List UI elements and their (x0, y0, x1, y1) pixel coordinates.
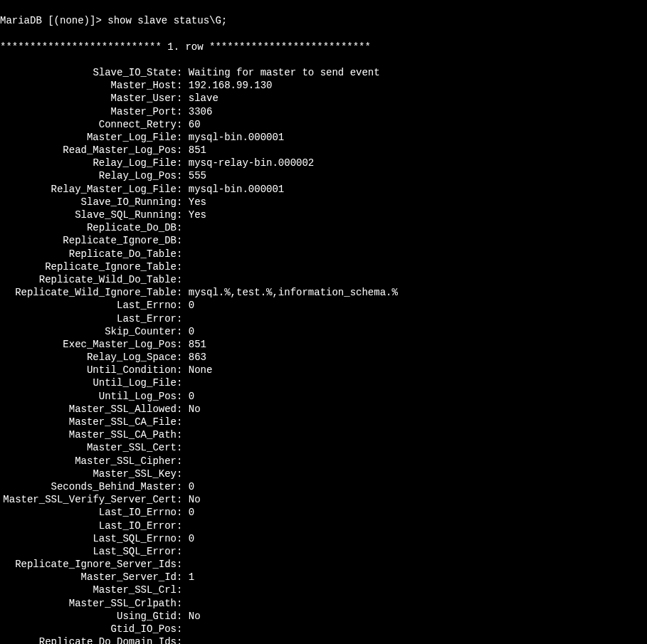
field-label: Master_Server_Id (0, 571, 177, 584)
field-value: 3306 (189, 105, 213, 118)
field-label: Master_Port (0, 105, 177, 118)
field-value: 0 (189, 480, 194, 493)
field-label: Master_SSL_Allowed (0, 403, 177, 416)
field-separator: : (177, 532, 189, 545)
status-row: Slave_IO_State: Waiting for master to se… (0, 66, 647, 79)
status-row: Replicate_Ignore_Server_Ids: (0, 558, 647, 571)
field-separator: : (177, 610, 189, 623)
field-separator: : (177, 571, 189, 584)
field-value: mysql.%,test.%,information_schema.% (189, 286, 398, 299)
status-row: Until_Log_Pos: 0 (0, 390, 647, 403)
field-separator: : (177, 118, 189, 131)
field-label: Master_SSL_CA_Path (0, 428, 177, 441)
field-label: Last_IO_Errno (0, 506, 177, 519)
status-row: Skip_Counter: 0 (0, 325, 647, 338)
status-row: Using_Gtid: No (0, 610, 647, 623)
field-value: No (189, 403, 201, 416)
field-value: 0 (189, 299, 194, 312)
field-label: Until_Condition (0, 364, 177, 376)
status-row: Replicate_Ignore_DB: (0, 234, 647, 247)
field-label: Master_SSL_CA_File (0, 416, 177, 428)
field-separator: : (177, 623, 189, 635)
field-separator: : (177, 196, 189, 208)
field-separator: : (177, 441, 189, 454)
field-separator: : (177, 416, 189, 428)
field-separator: : (177, 390, 189, 403)
field-value: 60 (189, 118, 201, 131)
status-row: Replicate_Ignore_Table: (0, 260, 647, 273)
status-row: Master_SSL_Allowed: No (0, 403, 647, 416)
status-row: Master_SSL_CA_Path: (0, 428, 647, 441)
field-value: slave (189, 92, 219, 105)
field-separator: : (177, 79, 189, 92)
field-separator: : (177, 493, 189, 506)
field-value: 192.168.99.130 (189, 79, 273, 92)
field-separator: : (177, 273, 189, 286)
status-row: Replicate_Do_Table: (0, 248, 647, 260)
field-label: Slave_IO_Running (0, 196, 177, 208)
field-value: None (189, 364, 213, 376)
status-row: Master_SSL_Verify_Server_Cert: No (0, 493, 647, 506)
field-label: Master_SSL_Cert (0, 441, 177, 454)
field-value: 851 (189, 144, 206, 157)
status-row: Last_IO_Error: (0, 519, 647, 532)
field-label: Seconds_Behind_Master (0, 480, 177, 493)
field-label: Master_User (0, 92, 177, 105)
field-value: No (189, 610, 201, 623)
status-row: Last_SQL_Error: (0, 545, 647, 558)
status-row: Last_Error: (0, 312, 647, 325)
field-separator: : (177, 325, 189, 338)
field-label: Master_SSL_Cipher (0, 455, 177, 468)
field-value: 0 (189, 390, 194, 403)
field-value: 863 (189, 351, 206, 364)
field-label: Last_IO_Error (0, 519, 177, 532)
field-separator: : (177, 169, 189, 182)
status-row: Master_Host: 192.168.99.130 (0, 79, 647, 92)
prompt-line: MariaDB [(none)]> show slave status\G; (0, 14, 647, 27)
status-row: Master_Port: 3306 (0, 105, 647, 118)
status-row: Replicate_Wild_Do_Table: (0, 273, 647, 286)
field-separator: : (177, 376, 189, 389)
field-value: mysql-bin.000001 (189, 131, 284, 144)
field-label: Using_Gtid (0, 610, 177, 623)
status-row: Master_SSL_Key: (0, 468, 647, 480)
status-row: Master_Server_Id: 1 (0, 571, 647, 584)
field-label: Gtid_IO_Pos (0, 623, 177, 635)
field-separator: : (177, 248, 189, 260)
status-row: Relay_Log_File: mysq-relay-bin.000002 (0, 157, 647, 169)
field-separator: : (177, 66, 189, 79)
field-value: 555 (189, 169, 206, 182)
status-row: Until_Condition: None (0, 364, 647, 376)
field-separator: : (177, 584, 189, 596)
field-label: Exec_Master_Log_Pos (0, 338, 177, 351)
field-label: Replicate_Ignore_Table (0, 260, 177, 273)
field-label: Master_SSL_Crl (0, 584, 177, 596)
prompt: MariaDB [(none)]> (0, 14, 107, 27)
field-separator: : (177, 260, 189, 273)
field-separator: : (177, 157, 189, 169)
status-row: Slave_IO_Running: Yes (0, 196, 647, 208)
field-label: Slave_SQL_Running (0, 208, 177, 221)
field-label: Master_SSL_Verify_Server_Cert (0, 493, 177, 506)
terminal-output[interactable]: MariaDB [(none)]> show slave status\G; *… (0, 0, 647, 644)
row-header: *************************** 1. row *****… (0, 41, 647, 53)
field-label: Relay_Log_File (0, 157, 177, 169)
field-value: 0 (189, 325, 194, 338)
field-label: Replicate_Do_DB (0, 221, 177, 234)
field-separator: : (177, 92, 189, 105)
field-separator: : (177, 455, 189, 468)
field-label: Last_SQL_Errno (0, 532, 177, 545)
status-row: Last_SQL_Errno: 0 (0, 532, 647, 545)
status-row: Last_IO_Errno: 0 (0, 506, 647, 519)
status-row: Slave_SQL_Running: Yes (0, 208, 647, 221)
status-row: Read_Master_Log_Pos: 851 (0, 144, 647, 157)
field-separator: : (177, 351, 189, 364)
field-value: 851 (189, 338, 206, 351)
field-separator: : (177, 364, 189, 376)
field-separator: : (177, 183, 189, 196)
field-separator: : (177, 144, 189, 157)
field-value: Yes (189, 208, 206, 221)
field-label: Replicate_Ignore_Server_Ids (0, 558, 177, 571)
field-value: Waiting for master to send event (189, 66, 380, 79)
status-fields: Slave_IO_State: Waiting for master to se… (0, 66, 647, 644)
